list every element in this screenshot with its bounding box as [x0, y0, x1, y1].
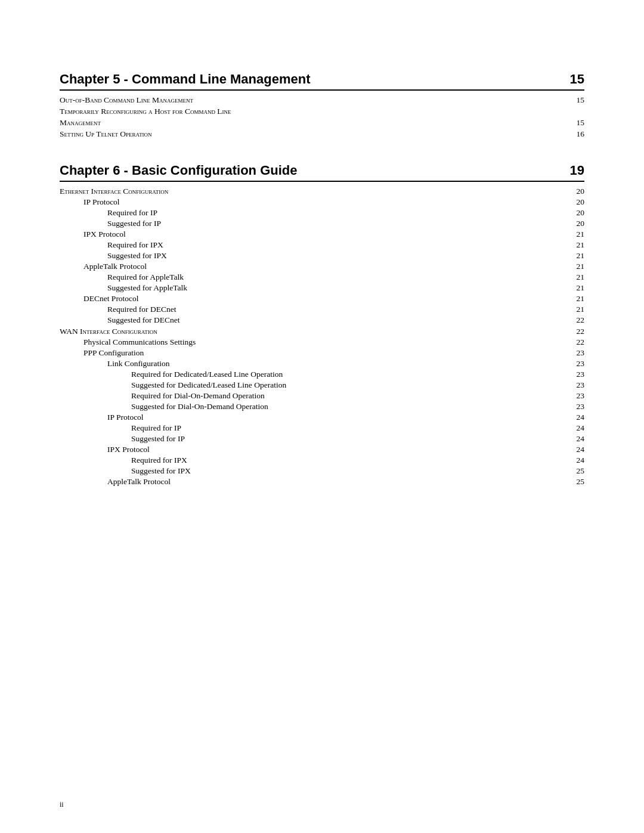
chapter-5-page: 15	[570, 72, 584, 87]
toc-item: Out-of-Band Command Line Management 15	[60, 95, 584, 105]
entry-page: 22	[566, 337, 584, 347]
entry-page: 20	[566, 208, 584, 218]
entry-page: 22	[566, 327, 584, 336]
entry-page: 25	[566, 477, 584, 487]
toc-item: DECnet Protocol 21	[60, 294, 584, 304]
toc-item: AppleTalk Protocol 21	[60, 262, 584, 271]
entry-text: Suggested for IP	[107, 219, 566, 228]
entry-page: 21	[566, 294, 584, 304]
toc-item: Ethernet Interface Configuration 20	[60, 187, 584, 196]
page: Chapter 5 - Command Line Management 15 O…	[0, 0, 644, 833]
entry-text: Temporarily Reconfiguring a Host for Com…	[60, 107, 566, 116]
entry-page: 15	[566, 118, 584, 128]
entry-page: 21	[566, 283, 584, 293]
entry-text: WAN Interface Configuration	[60, 327, 566, 336]
toc-item: IPX Protocol 21	[60, 230, 584, 239]
entry-text: IPX Protocol	[83, 230, 566, 239]
entry-page: 24	[566, 413, 584, 422]
toc-item: Management 15	[60, 118, 584, 128]
toc-item: Suggested for IP 20	[60, 219, 584, 228]
entry-page: 21	[566, 251, 584, 261]
toc-item: Suggested for DECnet 22	[60, 315, 584, 325]
entry-text: Suggested for IPX	[107, 251, 566, 261]
chapter-6-heading: Chapter 6 - Basic Configuration Guide 19	[60, 163, 584, 182]
entry-page: 21	[566, 262, 584, 271]
toc-item: Setting Up Telnet Operation 16	[60, 129, 584, 139]
entry-text: Suggested for DECnet	[107, 315, 566, 325]
entry-page: 21	[566, 305, 584, 314]
entry-text: Suggested for Dedicated/Leased Line Oper…	[131, 380, 566, 390]
entry-page: 23	[566, 359, 584, 368]
toc-item: Suggested for IPX 25	[60, 466, 584, 476]
toc-item: Required for Dedicated/Leased Line Opera…	[60, 370, 584, 379]
toc-item: Suggested for Dedicated/Leased Line Oper…	[60, 380, 584, 390]
entry-page: 22	[566, 315, 584, 325]
toc-item: Required for DECnet 21	[60, 305, 584, 314]
entry-page: 24	[566, 423, 584, 433]
toc-item: Required for IP 24	[60, 423, 584, 433]
entry-text: DECnet Protocol	[83, 294, 566, 304]
chapter-6-page: 19	[570, 163, 584, 178]
entry-page: 15	[566, 95, 584, 105]
footer: ii	[60, 800, 64, 809]
chapter-5-entries: Out-of-Band Command Line Management 15 T…	[60, 95, 584, 139]
toc-item: Required for Dial-On-Demand Operation 23	[60, 391, 584, 401]
toc-item: Temporarily Reconfiguring a Host for Com…	[60, 107, 584, 116]
entry-text: Ethernet Interface Configuration	[60, 187, 566, 196]
entry-page: 20	[566, 219, 584, 228]
toc-item: IPX Protocol 24	[60, 445, 584, 454]
chapter-5-title: Chapter 5 - Command Line Management	[60, 72, 311, 87]
toc-item: Suggested for Dial-On-Demand Operation 2…	[60, 402, 584, 411]
toc-item: Required for IPX 24	[60, 456, 584, 465]
toc-item: Suggested for IP 24	[60, 434, 584, 444]
entry-text: Suggested for IP	[131, 434, 566, 444]
entry-page: 24	[566, 456, 584, 465]
toc-item: AppleTalk Protocol 25	[60, 477, 584, 487]
entry-text: Physical Communications Settings	[83, 337, 566, 347]
chapter-6-title: Chapter 6 - Basic Configuration Guide	[60, 163, 297, 178]
entry-text: Suggested for Dial-On-Demand Operation	[131, 402, 566, 411]
chapter-5-heading: Chapter 5 - Command Line Management 15	[60, 72, 584, 91]
entry-text: Link Configuration	[107, 359, 566, 368]
toc-item: Required for AppleTalk 21	[60, 272, 584, 282]
toc-item: Required for IP 20	[60, 208, 584, 218]
entry-text: PPP Configuration	[83, 348, 566, 358]
entry-text: IP Protocol	[83, 197, 566, 207]
entry-text: Required for AppleTalk	[107, 272, 566, 282]
toc-item: Link Configuration 23	[60, 359, 584, 368]
entry-text: IP Protocol	[107, 413, 566, 422]
toc-item: Suggested for AppleTalk 21	[60, 283, 584, 293]
entry-text: Required for DECnet	[107, 305, 566, 314]
entry-text: Setting Up Telnet Operation	[60, 129, 566, 139]
entry-page: 24	[566, 445, 584, 454]
toc-item: Physical Communications Settings 22	[60, 337, 584, 347]
entry-text: Management	[60, 118, 566, 128]
entry-page: 20	[566, 197, 584, 207]
entry-text: IPX Protocol	[107, 445, 566, 454]
entry-text: Out-of-Band Command Line Management	[60, 95, 566, 105]
entry-text: Required for IPX	[107, 240, 566, 250]
entry-page: 25	[566, 466, 584, 476]
entry-text: Suggested for AppleTalk	[107, 283, 566, 293]
entry-text: AppleTalk Protocol	[107, 477, 566, 487]
toc-item: IP Protocol 20	[60, 197, 584, 207]
entry-page: 23	[566, 391, 584, 401]
entry-page: 21	[566, 230, 584, 239]
toc-item: WAN Interface Configuration 22	[60, 327, 584, 336]
entry-page: 21	[566, 240, 584, 250]
entry-page: 23	[566, 348, 584, 358]
entry-page: 24	[566, 434, 584, 444]
entry-text: AppleTalk Protocol	[83, 262, 566, 271]
toc-item: Required for IPX 21	[60, 240, 584, 250]
entry-page: 21	[566, 272, 584, 282]
page-number: ii	[60, 800, 64, 809]
toc-item: IP Protocol 24	[60, 413, 584, 422]
entry-text: Required for Dedicated/Leased Line Opera…	[131, 370, 566, 379]
toc-item: Suggested for IPX 21	[60, 251, 584, 261]
toc-item: PPP Configuration 23	[60, 348, 584, 358]
entry-page: 16	[566, 129, 584, 139]
entry-page: 23	[566, 402, 584, 411]
entry-text: Required for IP	[131, 423, 566, 433]
entry-page: 20	[566, 187, 584, 196]
entry-text: Required for IP	[107, 208, 566, 218]
